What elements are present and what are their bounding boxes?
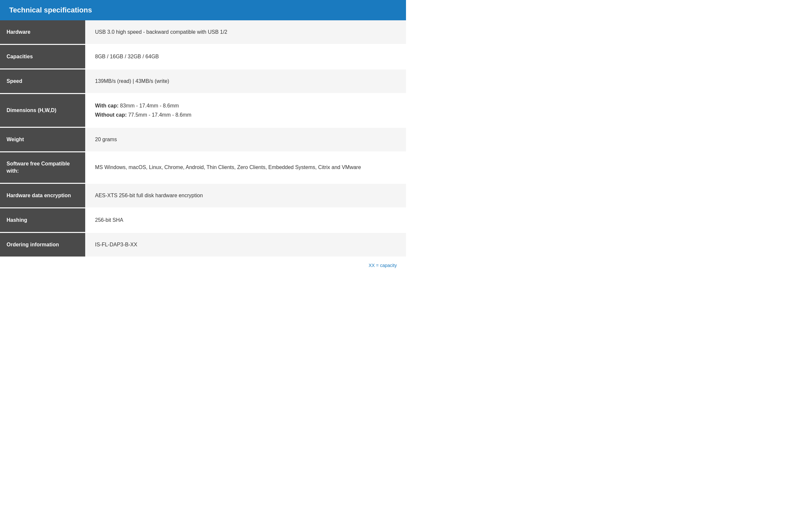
spec-value-capacities: 8GB / 16GB / 32GB / 64GB [85,45,406,68]
spec-label-weight: Weight [0,128,85,151]
page-header: Technical specifications [0,0,406,20]
page-container: Technical specifications HardwareUSB 3.0… [0,0,406,273]
spec-label-capacities: Capacities [0,45,85,68]
spec-value-hardware: USB 3.0 high speed - backward compatible… [85,20,406,44]
spec-value-hashing: 256-bit SHA [85,208,406,232]
spec-value-dimensions: With cap: 83mm - 17.4mm - 8.6mmWithout c… [85,94,406,127]
spec-value-speed: 139MB/s (read) | 43MB/s (write) [85,69,406,93]
spec-table: HardwareUSB 3.0 high speed - backward co… [0,20,406,258]
spec-row-weight: Weight20 grams [0,128,406,152]
spec-row-hardware-data-encryption: Hardware data encryptionAES-XTS 256-bit … [0,184,406,208]
spec-value-software-free: MS Windows, macOS, Linux, Chrome, Androi… [85,152,406,183]
spec-value-weight: 20 grams [85,128,406,151]
spec-label-hardware: Hardware [0,20,85,44]
spec-label-hardware-data-encryption: Hardware data encryption [0,184,85,207]
spec-row-dimensions: Dimensions (H,W,D)With cap: 83mm - 17.4m… [0,94,406,128]
spec-row-ordering-information: Ordering informationIS-FL-DAP3-B-XX [0,233,406,258]
spec-row-hashing: Hashing256-bit SHA [0,208,406,233]
spec-label-ordering-information: Ordering information [0,233,85,256]
spec-label-hashing: Hashing [0,208,85,232]
spec-label-speed: Speed [0,69,85,93]
spec-label-dimensions: Dimensions (H,W,D) [0,94,85,127]
spec-row-hardware: HardwareUSB 3.0 high speed - backward co… [0,20,406,45]
spec-label-software-free: Software free Compatible with: [0,152,85,183]
spec-row-software-free: Software free Compatible with:MS Windows… [0,152,406,184]
spec-row-capacities: Capacities8GB / 16GB / 32GB / 64GB [0,45,406,69]
spec-value-hardware-data-encryption: AES-XTS 256-bit full disk hardware encry… [85,184,406,207]
footer-note: XX = capacity [0,258,406,273]
spec-value-ordering-information: IS-FL-DAP3-B-XX [85,233,406,256]
page-title: Technical specifications [9,6,92,14]
spec-row-speed: Speed139MB/s (read) | 43MB/s (write) [0,69,406,94]
